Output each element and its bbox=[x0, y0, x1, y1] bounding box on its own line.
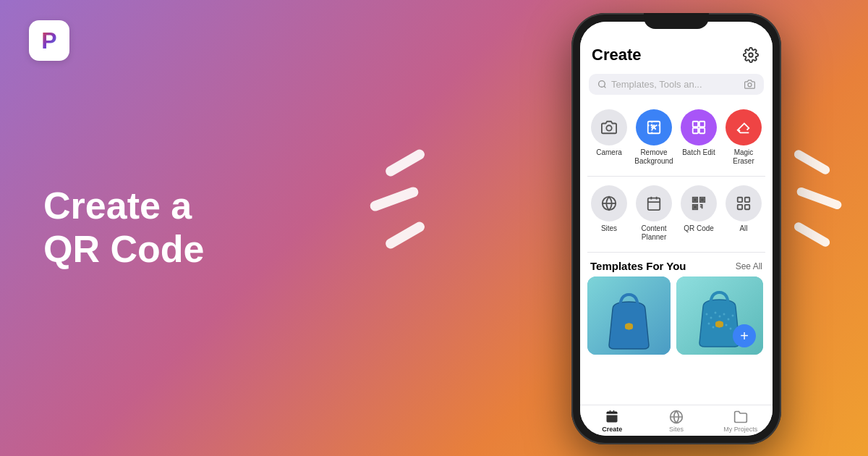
logo-container: P bbox=[29, 20, 69, 61]
svg-point-35 bbox=[728, 318, 730, 321]
tool-remove-bg[interactable]: Remove Background bbox=[632, 105, 676, 170]
svg-point-1 bbox=[599, 81, 605, 88]
content-planner-tool-icon bbox=[636, 185, 672, 221]
svg-rect-5 bbox=[693, 122, 698, 127]
tool-sites[interactable]: Sites bbox=[587, 181, 631, 246]
see-all-button[interactable]: See All bbox=[736, 261, 762, 271]
phone-notch bbox=[644, 13, 709, 29]
decorative-swish bbox=[384, 148, 427, 178]
remove-bg-tool-label: Remove Background bbox=[634, 148, 674, 166]
svg-rect-19 bbox=[702, 199, 704, 201]
svg-rect-6 bbox=[699, 122, 705, 127]
phone-outer: Create Templates, Tools bbox=[571, 13, 781, 444]
logo-letter: P bbox=[41, 28, 56, 54]
svg-rect-28 bbox=[627, 325, 631, 328]
svg-rect-43 bbox=[718, 323, 721, 326]
gear-icon bbox=[743, 47, 759, 63]
svg-point-38 bbox=[712, 326, 715, 329]
tool-content-planner[interactable]: Content Planner bbox=[632, 181, 676, 246]
settings-button[interactable] bbox=[741, 45, 761, 65]
nav-my-projects[interactable]: My Projects bbox=[708, 410, 773, 433]
create-nav-icon bbox=[605, 410, 619, 424]
svg-rect-23 bbox=[738, 205, 742, 209]
nav-my-projects-label: My Projects bbox=[723, 426, 757, 433]
svg-rect-24 bbox=[745, 205, 749, 209]
sites-nav-icon bbox=[669, 410, 684, 424]
tool-camera[interactable]: Camera bbox=[587, 105, 631, 170]
search-icon bbox=[597, 80, 607, 89]
headline-line2: QR Code bbox=[43, 228, 204, 271]
svg-rect-20 bbox=[694, 206, 697, 208]
bottom-navigation: Create Sites bbox=[580, 405, 773, 436]
tools-grid-row2: Sites C bbox=[580, 177, 773, 252]
headline: Create a QR Code bbox=[43, 185, 204, 271]
tool-magic-eraser[interactable]: Magic Eraser bbox=[722, 105, 765, 170]
sites-tool-icon bbox=[591, 185, 627, 221]
decorative-swish bbox=[793, 221, 832, 248]
headline-line1: Create a bbox=[43, 185, 204, 228]
tool-qr-code[interactable]: QR Code bbox=[677, 181, 720, 246]
decorative-swish bbox=[384, 220, 427, 250]
search-placeholder: Templates, Tools an... bbox=[611, 79, 740, 90]
svg-point-3 bbox=[606, 125, 611, 130]
remove-bg-tool-icon bbox=[636, 109, 672, 145]
templates-header: Templates For You See All bbox=[580, 253, 773, 276]
svg-point-31 bbox=[710, 317, 712, 319]
template-card[interactable] bbox=[587, 276, 671, 355]
svg-rect-22 bbox=[745, 198, 749, 202]
svg-point-36 bbox=[732, 315, 734, 317]
svg-rect-44 bbox=[610, 410, 611, 413]
content-planner-tool-label: Content Planner bbox=[634, 224, 674, 242]
svg-point-33 bbox=[719, 316, 721, 318]
add-template-button[interactable]: + bbox=[733, 324, 756, 347]
decorative-swish bbox=[793, 148, 832, 176]
qr-code-tool-icon bbox=[681, 185, 717, 221]
sites-tool-label: Sites bbox=[601, 224, 617, 233]
all-tool-label: All bbox=[739, 224, 747, 233]
batch-edit-tool-label: Batch Edit bbox=[682, 148, 715, 157]
phone-screen: Create Templates, Tools bbox=[580, 22, 773, 436]
svg-point-2 bbox=[748, 83, 752, 87]
svg-point-39 bbox=[726, 324, 728, 326]
nav-sites-label: Sites bbox=[669, 426, 684, 433]
svg-point-30 bbox=[706, 313, 708, 316]
decorative-swish bbox=[369, 185, 420, 212]
my-projects-nav-icon bbox=[733, 410, 748, 424]
magic-eraser-tool-label: Magic Eraser bbox=[723, 148, 764, 166]
app-title: Create bbox=[592, 46, 641, 64]
qr-code-tool-label: QR Code bbox=[684, 224, 714, 233]
templates-title: Templates For You bbox=[590, 260, 686, 272]
search-bar[interactable]: Templates, Tools an... bbox=[589, 74, 764, 95]
camera-tool-icon bbox=[591, 109, 627, 145]
svg-point-32 bbox=[715, 312, 717, 314]
svg-rect-45 bbox=[613, 410, 615, 413]
svg-rect-7 bbox=[693, 128, 698, 133]
phone-mockup: Create Templates, Tools bbox=[571, 13, 781, 444]
svg-point-0 bbox=[749, 53, 753, 57]
svg-point-40 bbox=[730, 328, 732, 330]
nav-create-label: Create bbox=[602, 426, 622, 433]
svg-rect-18 bbox=[694, 199, 697, 201]
svg-rect-21 bbox=[738, 198, 742, 202]
tools-grid-row1: Camera Remove Background bbox=[580, 101, 773, 176]
nav-sites[interactable]: Sites bbox=[644, 410, 709, 433]
background: P Create a QR Code Create bbox=[0, 0, 868, 456]
phone-content: Create Templates, Tools bbox=[580, 22, 773, 436]
nav-create[interactable]: Create bbox=[580, 410, 644, 433]
decorative-swish bbox=[796, 186, 843, 211]
tool-all[interactable]: All bbox=[722, 181, 765, 246]
svg-rect-11 bbox=[648, 198, 660, 211]
magic-eraser-tool-icon bbox=[726, 109, 762, 145]
batch-edit-tool-icon bbox=[681, 109, 717, 145]
tool-batch-edit[interactable]: Batch Edit bbox=[677, 105, 720, 170]
template-card[interactable]: + bbox=[676, 276, 763, 355]
camera-icon bbox=[744, 79, 755, 90]
all-tool-icon bbox=[726, 185, 762, 221]
svg-point-34 bbox=[723, 313, 726, 316]
templates-row: + bbox=[580, 276, 773, 356]
svg-point-37 bbox=[708, 323, 710, 325]
camera-tool-label: Camera bbox=[596, 148, 622, 157]
svg-rect-8 bbox=[699, 128, 705, 133]
